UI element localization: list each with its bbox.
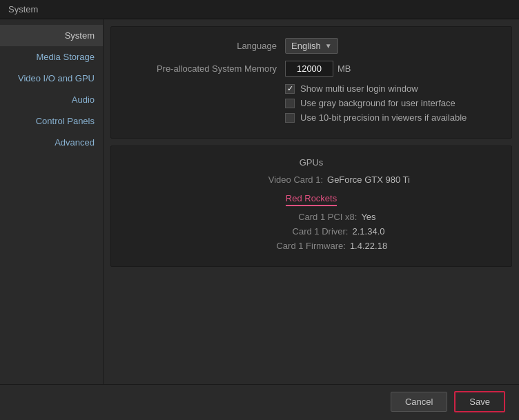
content-area: Language English ▼ Pre-allocated System … <box>104 19 519 384</box>
sidebar-item-video-io-gpu[interactable]: Video I/O and GPU <box>0 68 103 89</box>
card-driver-value: 2.1.34.0 <box>353 226 385 237</box>
checkbox-10bit[interactable]: Use 10-bit precision in viewers if avail… <box>285 112 467 123</box>
window-title: System <box>8 4 38 14</box>
memory-unit: MB <box>337 63 351 74</box>
gpu-video-card-row: Video Card 1: GeForce GTX 980 Ti <box>125 174 498 185</box>
checkbox-gray-bg-box[interactable] <box>285 99 295 108</box>
memory-input[interactable] <box>285 61 333 77</box>
card-driver-row: Card 1 Driver: 2.1.34.0 <box>125 226 498 237</box>
sidebar-item-system[interactable]: System <box>0 25 103 46</box>
sidebar-item-audio[interactable]: Audio <box>0 89 103 110</box>
sidebar-item-media-storage[interactable]: Media Storage <box>0 46 103 68</box>
system-settings-section: Language English ▼ Pre-allocated System … <box>110 26 512 139</box>
checkbox-gray-bg-label: Use gray background for user interface <box>300 98 456 108</box>
checkbox-gray-bg[interactable]: Use gray background for user interface <box>285 98 456 108</box>
card-pci-label: Card 1 PCI x8: <box>246 212 357 222</box>
checkbox-10bit-box[interactable] <box>285 113 295 123</box>
language-label: Language <box>125 41 277 51</box>
gpu-section: GPUs Video Card 1: GeForce GTX 980 Ti Re… <box>110 146 512 267</box>
checkbox-multi-user-box[interactable] <box>285 84 295 94</box>
red-rockets-title: Red Rockets <box>286 193 337 206</box>
video-card-1-value: GeForce GTX 980 Ti <box>327 174 410 185</box>
main-layout: System Media Storage Video I/O and GPU A… <box>0 19 519 384</box>
memory-row: Pre-allocated System Memory MB <box>125 61 498 77</box>
sidebar: System Media Storage Video I/O and GPU A… <box>0 19 104 384</box>
memory-label: Pre-allocated System Memory <box>125 63 277 74</box>
card-firmware-label: Card 1 Firmware: <box>235 241 346 251</box>
checkbox-row-multi-user: Show multi user login window <box>125 83 498 94</box>
save-button[interactable]: Save <box>454 391 505 412</box>
title-bar: System <box>0 0 519 19</box>
card-pci-value: Yes <box>361 212 375 222</box>
language-value: English <box>291 41 321 51</box>
card-pci-row: Card 1 PCI x8: Yes <box>125 212 498 222</box>
cancel-button[interactable]: Cancel <box>391 392 447 412</box>
checkbox-10bit-label: Use 10-bit precision in viewers if avail… <box>300 112 467 123</box>
gpu-title: GPUs <box>125 157 498 168</box>
language-dropdown[interactable]: English ▼ <box>285 38 338 54</box>
sidebar-item-control-panels[interactable]: Control Panels <box>0 110 103 132</box>
video-card-1-label: Video Card 1: <box>213 174 323 185</box>
card-firmware-value: 1.4.22.18 <box>350 241 387 251</box>
card-firmware-row: Card 1 Firmware: 1.4.22.18 <box>125 241 498 251</box>
footer: Cancel Save <box>0 384 519 419</box>
sidebar-item-advanced[interactable]: Advanced <box>0 132 103 153</box>
card-driver-label: Card 1 Driver: <box>238 226 349 237</box>
checkbox-row-10bit: Use 10-bit precision in viewers if avail… <box>125 112 498 123</box>
language-row: Language English ▼ <box>125 38 498 54</box>
checkbox-multi-user[interactable]: Show multi user login window <box>285 83 418 94</box>
dropdown-arrow-icon: ▼ <box>325 42 332 50</box>
checkbox-row-gray-bg: Use gray background for user interface <box>125 98 498 108</box>
checkbox-multi-user-label: Show multi user login window <box>300 83 418 94</box>
red-rockets-section: Red Rockets Card 1 PCI x8: Yes Card 1 Dr… <box>125 193 498 251</box>
